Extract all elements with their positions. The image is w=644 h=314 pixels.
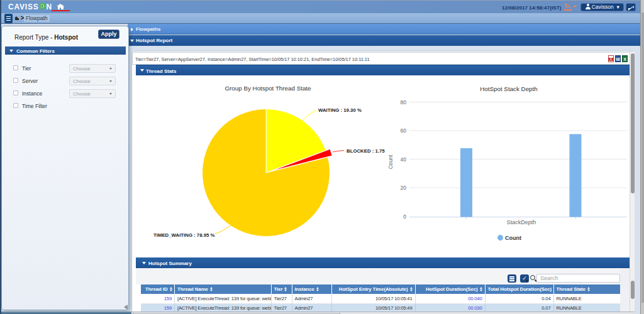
svg-text:HotSpot Stack Depth: HotSpot Stack Depth xyxy=(480,85,538,92)
svg-text:TIMED_WAITING : 78.95 %: TIMED_WAITING : 78.95 % xyxy=(153,232,215,238)
svg-text:60: 60 xyxy=(401,127,407,134)
svg-text:Group By Hotspot Thread State: Group By Hotspot Thread State xyxy=(225,85,311,92)
svg-text:BLOCKED : 1.75: BLOCKED : 1.75 xyxy=(347,148,385,154)
svg-text:Count: Count xyxy=(387,154,394,169)
svg-text:Count: Count xyxy=(505,235,521,241)
svg-text:0: 0 xyxy=(403,214,406,220)
svg-text:80: 80 xyxy=(401,99,407,106)
svg-text:StackDepth: StackDepth xyxy=(507,219,536,225)
svg-text:WAITING : 19.30 %: WAITING : 19.30 % xyxy=(318,107,362,113)
svg-text:20: 20 xyxy=(401,185,407,191)
svg-text:40: 40 xyxy=(401,156,407,163)
